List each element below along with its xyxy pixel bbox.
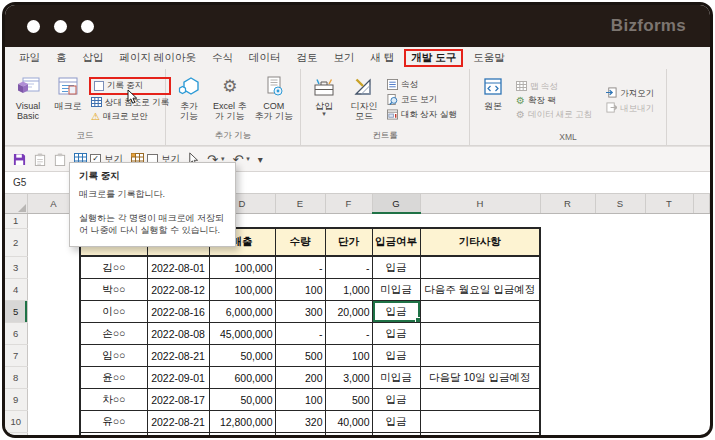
cell-E3[interactable]: -	[275, 256, 325, 279]
cell-D5[interactable]: 6,000,000	[209, 301, 275, 323]
cell-S7[interactable]	[595, 345, 645, 367]
excel-addins-button[interactable]: ⚙ Excel 추 가 기능	[210, 72, 250, 128]
cell-S9[interactable]	[595, 389, 645, 411]
row-header-4[interactable]: 4	[5, 279, 27, 301]
tab-view[interactable]: 보기	[325, 51, 362, 65]
cell-C5[interactable]: 2022-08-16	[147, 301, 209, 323]
row-header-5[interactable]: 5	[5, 301, 27, 323]
tab-developer[interactable]: 개발 도구	[404, 49, 463, 67]
cell-F2[interactable]: 단가	[325, 228, 372, 256]
cell-D7[interactable]: 50,000	[209, 345, 275, 367]
window-control-dot[interactable]	[27, 20, 40, 33]
cell-E2[interactable]: 수량	[275, 228, 325, 256]
row-header-8[interactable]: 8	[5, 367, 27, 389]
insert-control-button[interactable]: 삽입 ▾	[305, 72, 343, 128]
row-header-7[interactable]: 7	[5, 345, 27, 367]
cell-G3[interactable]: 입금	[372, 256, 420, 279]
cell-G5[interactable]: 입금▼	[372, 301, 420, 323]
tab-file[interactable]: 파일	[11, 51, 48, 65]
paste-values-button[interactable]	[34, 153, 46, 166]
tab-new-tab[interactable]: 새 탭	[362, 51, 402, 65]
cell-S4[interactable]	[595, 279, 645, 301]
cell-F4[interactable]: 1,000	[325, 279, 372, 301]
column-header-G-selected[interactable]: G	[372, 194, 420, 213]
cell-T3[interactable]	[645, 256, 693, 279]
cell-D8[interactable]: 600,000	[209, 367, 275, 389]
window-control-dot[interactable]	[81, 20, 94, 33]
cell-G11[interactable]: 입금	[372, 433, 420, 439]
tab-formulas[interactable]: 수식	[204, 51, 241, 65]
cell-H5[interactable]	[420, 301, 540, 323]
cell-E7[interactable]: 500	[275, 345, 325, 367]
tab-home[interactable]: 홈	[48, 51, 75, 65]
cell-C8[interactable]: 2022-09-01	[147, 367, 209, 389]
cell-B5[interactable]: 이○○	[80, 301, 147, 323]
cell-A5[interactable]	[27, 301, 80, 323]
window-control-dot[interactable]	[54, 20, 67, 33]
row-header-9[interactable]: 9	[5, 389, 27, 411]
cell-H3[interactable]	[420, 256, 540, 279]
paste-format-button[interactable]	[54, 153, 66, 166]
column-header-T[interactable]: T	[645, 194, 693, 213]
cell-C4[interactable]: 2022-08-12	[147, 279, 209, 301]
cell-H1[interactable]	[420, 213, 540, 228]
expansion-packs-button[interactable]: ⚙ 확장 팩	[514, 95, 594, 107]
cell-A9[interactable]	[27, 389, 80, 411]
addins-button[interactable]: 추가 기능	[170, 72, 208, 128]
tab-data[interactable]: 데이터	[241, 51, 289, 65]
cell-R6[interactable]	[540, 323, 595, 345]
cell-T7[interactable]	[645, 345, 693, 367]
tab-help[interactable]: 도움말	[465, 51, 513, 65]
cell-E11[interactable]: 500	[275, 433, 325, 439]
cell-R4[interactable]	[540, 279, 595, 301]
cell-G10[interactable]: 입금	[372, 411, 420, 433]
cell-R10[interactable]	[540, 411, 595, 433]
cell-T8[interactable]	[645, 367, 693, 389]
cell-H11[interactable]	[420, 433, 540, 439]
cell-H6[interactable]	[420, 323, 540, 345]
cell-A7[interactable]	[27, 345, 80, 367]
cell-S10[interactable]	[595, 411, 645, 433]
tab-insert[interactable]: 삽입	[75, 51, 112, 65]
cell-B6[interactable]: 손○○	[80, 323, 147, 345]
macros-button[interactable]: 매크로	[49, 72, 87, 128]
cell-F3[interactable]: -	[325, 256, 372, 279]
cell-S5[interactable]	[595, 301, 645, 323]
view-code-button[interactable]: 코드 보기	[385, 94, 459, 107]
cell-R9[interactable]	[540, 389, 595, 411]
run-dialog-button[interactable]: 대화 상자 실행	[385, 109, 459, 122]
import-button[interactable]: 가져오기	[604, 87, 656, 100]
cell-T11[interactable]	[645, 433, 693, 439]
design-mode-button[interactable]: 디자인 모드	[345, 72, 383, 128]
cell-E10[interactable]: 320	[275, 411, 325, 433]
row-header-11[interactable]: 11	[5, 433, 27, 439]
column-header-H[interactable]: H	[420, 194, 540, 213]
column-header-R[interactable]: R	[540, 194, 595, 213]
cell-G9[interactable]: 입금	[372, 389, 420, 411]
row-header-3[interactable]: 3	[5, 256, 27, 279]
cell-F6[interactable]: -	[325, 323, 372, 345]
cell-F5[interactable]: 20,000	[325, 301, 372, 323]
cell-B10[interactable]: 유○○	[80, 411, 147, 433]
cell-A8[interactable]	[27, 367, 80, 389]
cell-D9[interactable]: 50,000	[209, 389, 275, 411]
tab-review[interactable]: 검토	[288, 51, 325, 65]
cell-G4[interactable]: 미입금	[372, 279, 420, 301]
cell-G6[interactable]: 입금	[372, 323, 420, 345]
cell-B4[interactable]: 박○○	[80, 279, 147, 301]
cell-A10[interactable]	[27, 411, 80, 433]
properties-button[interactable]: 속성	[385, 79, 459, 92]
save-button[interactable]	[13, 153, 26, 166]
cell-R8[interactable]	[540, 367, 595, 389]
cell-R11[interactable]	[540, 433, 595, 439]
cell-E4[interactable]: 100	[275, 279, 325, 301]
cell-C3[interactable]: 2022-08-01	[147, 256, 209, 279]
cell-B7[interactable]: 임○○	[80, 345, 147, 367]
cell-H9[interactable]	[420, 389, 540, 411]
row-header-10[interactable]: 10	[5, 411, 27, 433]
cell-R1[interactable]	[540, 213, 595, 228]
export-button[interactable]: 내보내기	[604, 102, 656, 115]
xml-source-button[interactable]: 원본	[474, 72, 512, 130]
map-properties-button[interactable]: 맵 속성	[514, 81, 594, 93]
cell-D4[interactable]: 100,000	[209, 279, 275, 301]
